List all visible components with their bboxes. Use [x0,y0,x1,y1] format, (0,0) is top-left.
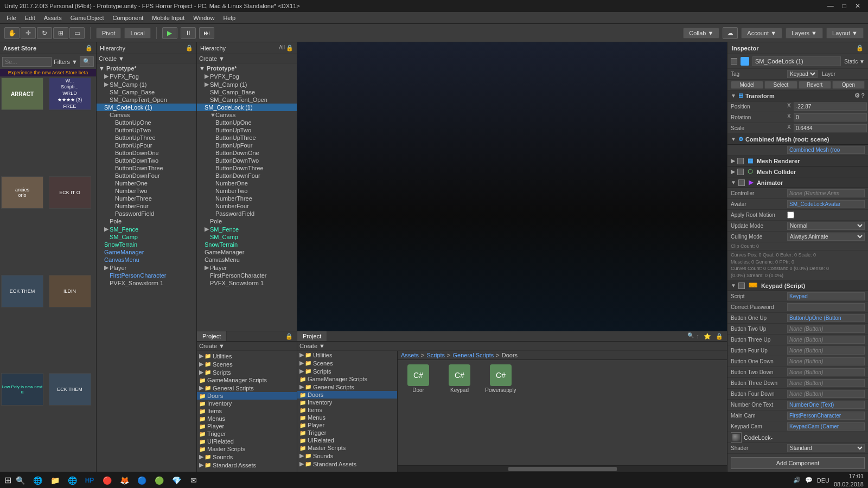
pivot-button[interactable]: Pivot [96,28,121,38]
menu-gameobject[interactable]: GameObject [66,14,108,22]
pl-inventory[interactable]: 📁Inventory [197,400,297,407]
r-game-manager[interactable]: GameManager [197,248,297,256]
number-four[interactable]: NumberFour [97,202,196,210]
add-component-button[interactable]: Add Component [731,457,865,469]
sm-fence[interactable]: ▶SM_Fence [97,225,196,233]
breadcrumb-scripts[interactable]: Scripts [426,352,445,358]
pl-scenes[interactable]: ▶📁Scenes [197,360,297,368]
app6[interactable]: ✉ [187,474,200,487]
pr-uirelated[interactable]: 📁UIRelated [297,436,397,444]
first-person-character[interactable]: FirstPersonCharacter [97,272,196,279]
sm-camptent-open[interactable]: SM_CampTent_Open [97,96,196,104]
breadcrumb-assets[interactable]: Assets [401,352,419,358]
culling-mode-select[interactable]: Always Animate [787,233,865,241]
project-right-tab[interactable]: Project [297,331,327,341]
local-button[interactable]: Local [124,28,150,38]
pr-standard-assets[interactable]: ▶📁Standard Assets [297,460,397,468]
pl-menus[interactable]: 📁Menus [197,415,297,422]
cloud-button[interactable]: ☁ [723,27,738,39]
r-sm-camp-base[interactable]: SM_Camp_Base [197,88,297,96]
scale-x[interactable] [794,124,867,132]
pl-general-scripts[interactable]: ▶📁General Scripts [197,384,297,392]
pr-sounds[interactable]: ▶📁Sounds [297,452,397,460]
app1[interactable]: 🔴 [100,474,113,487]
scale-tool[interactable]: ⊞ [53,27,68,39]
menu-assets[interactable]: Assets [40,14,66,22]
animator-toggle[interactable] [738,179,745,186]
button-down-four[interactable]: ButtonDownFour [97,172,196,179]
pr-scenes[interactable]: ▶📁Scenes [297,359,397,367]
keypad-toggle[interactable] [738,282,745,289]
asset-item[interactable]: ARRACT [1,78,43,110]
pr-doors[interactable]: 📁Doors [297,391,397,399]
model-button[interactable]: Model [731,81,763,89]
pl-gm-scripts[interactable]: 📁GameManager Scripts [197,376,297,384]
minimize-button[interactable]: — [824,1,837,11]
task-view[interactable]: 🌐 [31,474,44,487]
file-door[interactable]: C# Door [402,364,435,461]
filters-button[interactable]: Filters ▼ [54,59,78,65]
r-password-field[interactable]: PasswordField [197,210,297,217]
rect-tool[interactable]: ▭ [69,27,85,39]
project-right-btn2[interactable]: ⭐ [702,332,713,341]
chat-icon[interactable]: 💬 [805,477,813,484]
r-button-up-two[interactable]: ButtonUpTwo [197,126,297,134]
horizontal-scrollbar[interactable] [398,465,727,472]
step-button[interactable]: ⏭ [199,27,214,39]
hand-tool[interactable]: ✋ [4,27,20,39]
game-manager[interactable]: GameManager [97,248,196,256]
prototype-root-right[interactable]: ▼ Prototype* [197,65,297,72]
explorer[interactable]: 📁 [48,474,61,487]
menu-window[interactable]: Window [189,14,219,22]
tag-select[interactable]: Keypad [787,70,818,78]
transform-settings[interactable]: ⚙ [854,92,860,99]
object-name-input[interactable] [752,56,841,66]
project-create-dropdown[interactable]: Create ▼ [199,343,225,349]
button-up-four[interactable]: ButtonUpFour [97,142,196,149]
pl-standard-assets[interactable]: ▶📁Standard Assets [197,461,297,469]
pr-utilities[interactable]: ▶📁Utilities [297,351,397,359]
ie-icon[interactable]: 🌐 [66,474,79,487]
r-button-up-three[interactable]: ButtonUpThree [197,134,297,142]
pl-scripts[interactable]: ▶📁Scripts [197,368,297,376]
player-item[interactable]: ▶Player [97,264,196,272]
pr-menus[interactable]: 📁Menus [297,414,397,421]
menu-help[interactable]: Help [219,14,240,22]
layers-button[interactable]: Layers ▼ [786,28,823,38]
rotate-tool[interactable]: ↻ [37,27,52,39]
password-field[interactable]: PasswordField [97,210,196,217]
r-button-down-four[interactable]: ButtonDownFour [197,172,297,179]
r-snow-terrain[interactable]: SnowTerrain [197,241,297,248]
r-pvfx-snowstorm[interactable]: PVFX_Snowstorm 1 [197,279,297,287]
asset-item[interactable]: W...Scripti...WRLD★★★★ (3)FREE [49,78,91,110]
breadcrumb-general[interactable]: General Scripts [453,352,494,358]
sm-camp-base[interactable]: SM_Camp_Base [97,88,196,96]
r-number-three[interactable]: NumberThree [197,195,297,202]
pl-sounds[interactable]: ▶📁Sounds [197,453,297,461]
open-button[interactable]: Open [832,81,865,89]
pvfx-snowstorm[interactable]: PVFX_Snowstorm 1 [97,279,196,287]
asset-store-promo[interactable]: Experience the new Asset Store beta [0,69,96,76]
asset-item[interactable]: ILDIN [49,275,91,307]
asset-item[interactable]: ECK THEM [1,275,43,307]
pl-items[interactable]: 📁Items [197,407,297,415]
collab-button[interactable]: Collab ▼ [683,28,719,38]
app4[interactable]: 🟢 [152,474,165,487]
search-taskbar[interactable]: 🔍 [14,474,27,487]
button-up-two[interactable]: ButtonUpTwo [97,126,196,134]
hp-icon[interactable]: HP [83,474,96,487]
pl-trigger[interactable]: 📁Trigger [197,430,297,438]
inspector-lock-icon[interactable]: 🔒 [856,44,864,52]
r-button-down-one[interactable]: ButtonDownOne [197,149,297,157]
r-canvas[interactable]: ▼Canvas [197,111,297,119]
r-player[interactable]: ▶Player [197,264,297,272]
play-button[interactable]: ▶ [162,27,177,39]
button-down-three[interactable]: ButtonDownThree [97,164,196,172]
search-icon[interactable]: 🔍 [80,56,94,67]
prototype-root[interactable]: ▼ Prototype* [97,65,196,72]
pl-uirelated[interactable]: 📁UIRelated [197,438,297,445]
pr-gm-scripts[interactable]: 📁GameManager Scripts [297,375,397,383]
r-sm-fence[interactable]: ▶SM_Fence [197,225,297,233]
asset-item[interactable]: ECK THEM [49,373,91,406]
project-left-tab[interactable]: Project [197,331,227,341]
